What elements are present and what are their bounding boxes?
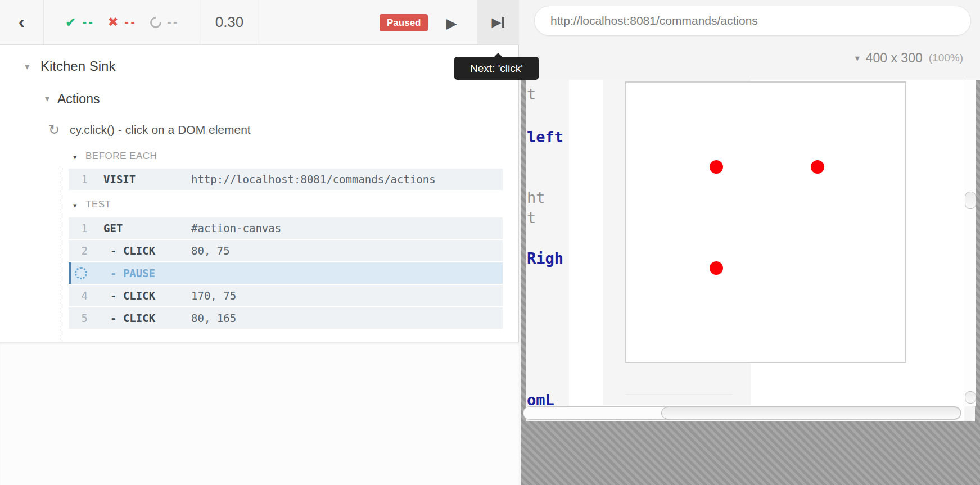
click-dot [710,261,723,275]
hook-test-label[interactable]: TEST [85,199,111,210]
aut-iframe[interactable]: tlefthttRighomL [526,80,964,421]
failed-count: -- [124,16,136,28]
command-row-pause[interactable]: - PAUSE [69,262,503,284]
back-button[interactable]: ‹ [0,0,44,44]
viewport-size: 400 x 300 [866,51,923,66]
command-message: 80, 75 [191,240,230,261]
aut-panel: http://localhost:8081/commands/actions ▾… [519,0,980,485]
test-title[interactable]: cy.click() - click on a DOM element [70,123,251,137]
command-row-click[interactable]: 5- CLICK80, 165 [69,307,503,329]
suite-kitchen-sink[interactable]: Kitchen Sink [40,58,115,74]
horizontal-scrollbar[interactable] [523,406,961,420]
command-number: 2 [69,240,88,261]
page-divider-line [626,394,733,395]
resume-button[interactable]: ▶ [442,13,461,33]
test-timer: 0.30 [200,0,259,44]
command-method: GET [103,217,123,239]
test-stats: ✔ -- ✖ -- -- [44,0,200,44]
chevron-down-icon[interactable]: ▾ [73,153,77,161]
chevron-down-icon: ▾ [855,53,860,64]
hook-before-each-label[interactable]: BEFORE EACH [85,151,157,162]
vertical-scrollbar[interactable] [964,80,976,406]
passed-check-icon: ✔ [65,15,76,30]
command-method: - CLICK [110,285,155,306]
command-number: 5 [69,307,88,329]
aut-border-bottom [521,421,980,485]
chevron-down-icon[interactable]: ▾ [25,62,30,71]
pause-spinner-icon [75,267,87,279]
pending-circle-icon [147,14,163,30]
action-canvas[interactable] [625,81,906,363]
url-text: http://localhost:8081/commands/actions [535,6,970,35]
test-command-list: 1GET#action-canvas2- CLICK80, 75- PAUSE4… [69,217,503,330]
command-method: - CLICK [110,307,155,329]
clipped-code-text: t [527,209,536,226]
reporter-footer [0,342,519,485]
clipped-code-text: ht [527,189,545,206]
play-icon: ▶ [446,15,457,31]
command-message: #action-canvas [191,217,281,239]
clipped-code-text: left [527,128,563,146]
test-running-loop-icon: ↻ [48,122,60,138]
command-row-get[interactable]: 1GET#action-canvas [69,217,503,239]
clipped-code-text: t [527,85,536,103]
aut-border-left [521,80,526,421]
timer-value: 0.30 [215,13,244,31]
paused-badge: Paused [380,14,428,31]
cypress-test-runner: ‹ ✔ -- ✖ -- -- 0.30 Paused ▶ ▶ ▾ [0,0,980,485]
command-row-click[interactable]: 2- CLICK80, 75 [69,240,503,261]
viewport-zoom: (100%) [929,52,963,64]
command-method: VISIT [103,169,136,190]
command-number: 1 [69,217,88,239]
viewport-selector[interactable]: ▾ 400 x 300 (100%) [855,49,963,66]
suite-actions[interactable]: Actions [57,92,100,107]
command-method: - PAUSE [110,262,155,284]
step-forward-icon: ▶ [492,15,502,30]
vertical-scrollbar-end-cap[interactable] [965,391,976,404]
passed-count: -- [82,16,94,28]
next-step-button[interactable]: ▶ [477,0,519,44]
command-message: 80, 165 [191,307,236,329]
chevron-down-icon[interactable]: ▾ [45,94,49,103]
tooltip-text: Next: 'click' [470,62,523,75]
command-number: 4 [69,285,88,306]
vertical-scrollbar-thumb[interactable] [965,192,976,209]
chevron-down-icon[interactable]: ▾ [73,202,77,209]
url-bar[interactable]: http://localhost:8081/commands/actions [534,6,971,36]
aut-container: tlefthttRighomL [521,80,980,485]
command-number: 1 [69,169,88,190]
next-step-tooltip: Next: 'click' [454,57,539,80]
horizontal-scrollbar-thumb[interactable] [661,407,961,419]
failed-x-icon: ✖ [108,15,119,30]
clipped-code-text: Righ [527,250,563,267]
step-forward-bar-icon [502,17,504,28]
pending-count: -- [166,16,179,28]
command-message: 170, 75 [191,285,236,306]
command-row-visit[interactable]: 1VISIThttp://localhost:8081/commands/act… [69,169,503,190]
reporter-panel: ‹ ✔ -- ✖ -- -- 0.30 Paused ▶ ▶ ▾ [0,0,519,485]
reporter-toolbar: ‹ ✔ -- ✖ -- -- 0.30 Paused ▶ ▶ [0,0,519,45]
before-each-command-list: 1VISIThttp://localhost:8081/commands/act… [69,169,503,191]
command-row-click[interactable]: 4- CLICK170, 75 [69,285,503,306]
command-method: - CLICK [110,240,155,261]
back-chevron-icon: ‹ [19,12,25,31]
hook-indent-guide [60,166,60,342]
command-message: http://localhost:8081/commands/actions [191,169,436,190]
click-dot [710,160,723,174]
click-dot [811,160,824,174]
